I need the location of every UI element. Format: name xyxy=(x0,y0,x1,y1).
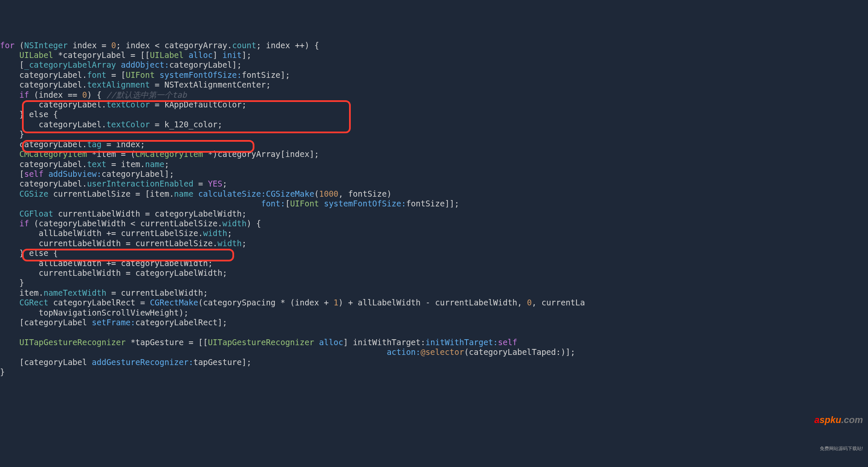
code-line: categoryLabel.textColor = k_120_color; xyxy=(0,120,222,129)
code-line: CGFloat currentLabelWidth = categoryLabe… xyxy=(0,209,246,218)
code-line: } else { xyxy=(0,248,58,258)
code-line: if (categoryLabelWidth < currentLabelSiz… xyxy=(0,219,261,228)
code-line: categoryLabel.text = item.name; xyxy=(0,159,169,169)
code-line: UILabel *categoryLabel = [[UILabel alloc… xyxy=(0,50,251,60)
code-line: if (index == 0) { //默认选中第一个tab xyxy=(0,90,187,99)
code-line: CGRect categoryLabelRect = CGRectMake(ca… xyxy=(0,298,585,307)
code-line: [_categoryLabelArray addObject:categoryL… xyxy=(0,60,242,69)
code-line: categoryLabel.textAlignment = NSTextAlig… xyxy=(0,80,271,89)
code-line: categoryLabel.tag = index; xyxy=(0,140,145,149)
code-line: } else { xyxy=(0,110,58,119)
code-line: action:@selector(categoryLabelTaped:)]; xyxy=(0,347,575,357)
code-line xyxy=(0,327,19,337)
code-line: currentLabelWidth = categoryLabelWidth; xyxy=(0,268,227,277)
code-line: UITapGestureRecognizer *tapGesture = [[U… xyxy=(0,338,517,347)
code-line: categoryLabel.textColor = kAppDefaultCol… xyxy=(0,100,246,109)
code-line: CGSize currentLabelSize = [item.name cal… xyxy=(0,189,392,198)
code-line: topNavigationScrollViewHeight); xyxy=(0,308,188,317)
code-line: categoryLabel.font = [UIFont systemFontO… xyxy=(0,70,290,80)
code-line: item.nameTextWidth = currentLabelWidth; xyxy=(0,288,208,297)
code-line: currentLabelWidth = currentLabelSize.wid… xyxy=(0,239,246,248)
code-line: [self addSubview:categoryLabel]; xyxy=(0,169,174,179)
code-line: } xyxy=(0,278,24,287)
code-line: categoryLabel.userInteractionEnabled = Y… xyxy=(0,179,227,188)
code-line: } xyxy=(0,367,5,376)
code-editor[interactable]: for (NSInteger index = 0; index < catego… xyxy=(0,41,868,377)
code-line: allLabelWidth += currentLabelSize.width; xyxy=(0,228,232,238)
code-line: } xyxy=(0,129,24,139)
watermark: aspku.com 免费网站源码下载站! xyxy=(814,395,863,464)
code-line: for (NSInteger index = 0; index < catego… xyxy=(0,41,319,50)
code-line: allLabelWidth += categoryLabelWidth; xyxy=(0,258,213,268)
code-line: CMCategoryItem *item = (CMCategoryItem *… xyxy=(0,149,319,159)
code-line: [categoryLabel addGestureRecognizer:tapG… xyxy=(0,357,251,367)
code-line: [categoryLabel setFrame:categoryLabelRec… xyxy=(0,318,227,327)
code-line: font:[UIFont systemFontOfSize:fontSize]]… xyxy=(0,199,459,208)
